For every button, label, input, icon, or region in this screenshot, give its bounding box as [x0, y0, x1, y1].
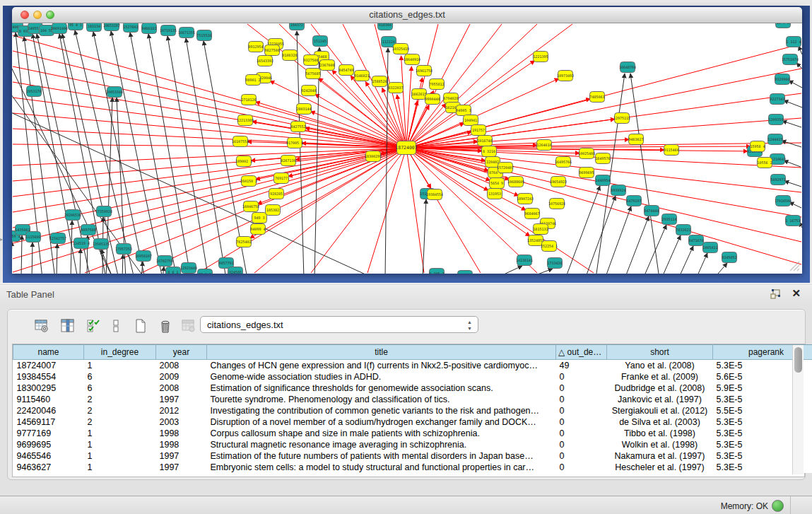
table-row[interactable]: 946362711997Embryonic stem cells: a mode…: [13, 462, 812, 473]
network-node-label: 7832621: [676, 228, 690, 232]
row-height-icon[interactable]: [107, 317, 125, 335]
network-node-label: 928285: [270, 192, 283, 196]
network-node-label: 16671355: [178, 30, 195, 35]
new-file-icon[interactable]: [131, 317, 150, 335]
network-node-label: 924505: [229, 270, 242, 274]
network-node-label: 2803144: [296, 107, 311, 111]
column-header-out_de[interactable]: △ out_de…: [556, 345, 607, 360]
table-cell: 49: [556, 360, 607, 372]
network-node-label: 8267130: [281, 158, 295, 163]
network-node-label: 1 16753: [785, 218, 800, 223]
network-node-label: 1733426: [547, 261, 562, 265]
network-node-label: 5692971: [770, 177, 785, 182]
network-node-label: 1440954: [595, 178, 610, 182]
network-node-label: 112124: [382, 40, 395, 44]
network-node-label: 1649576: [595, 156, 610, 160]
table-cell: 0: [556, 394, 607, 405]
network-node-label: 1588520: [372, 79, 387, 83]
network-canvas[interactable]: 23406 28 93402405572104 553069140695 4 1…: [12, 23, 802, 274]
table-cell: Jankovic et al. (1997): [607, 394, 713, 405]
table-row[interactable]: 1830029562008Estimation of significance …: [13, 382, 812, 394]
network-node-label: 18724007: [395, 145, 417, 151]
column-header-in_degree[interactable]: in_degree: [84, 345, 156, 360]
table-settings-icon[interactable]: [33, 317, 51, 335]
network-node-label: 9990448: [425, 97, 440, 101]
table-cell: 0: [556, 450, 607, 462]
network-view-window[interactable]: citations_edges.txt 23406 28 93402405572…: [12, 7, 802, 274]
network-node-label: 18907243: [517, 197, 534, 201]
network-node-label: 7485063: [589, 95, 604, 99]
network-node-label: 189002 1: [235, 159, 252, 163]
table-cell: 1: [84, 450, 156, 462]
table-cell: 6: [84, 371, 156, 382]
table-row[interactable]: 977716911998Corpus callosum shape and si…: [13, 428, 812, 439]
network-node-label: 17016504: [775, 199, 792, 203]
table-row[interactable]: 1456911722003Disruption of a novel membe…: [13, 416, 812, 428]
scrollbar-thumb[interactable]: [794, 347, 802, 373]
table-header-row: namein_degreeyeartitle△ out_de…shortpage…: [13, 345, 812, 360]
network-node-label: 10688609: [507, 180, 524, 184]
network-node-label: 9684067: [524, 211, 539, 216]
table-cell: 2008: [156, 360, 207, 372]
resize-grip-icon[interactable]: [787, 259, 800, 271]
network-node-label: 10973493: [557, 74, 574, 78]
table-cell: 0: [556, 405, 607, 416]
network-node-label: 1264616: [536, 143, 551, 147]
table-cell: Disruption of a novel member of a sodium…: [207, 416, 556, 428]
table-cell: 2: [84, 416, 156, 428]
network-node-label: 191757: [472, 128, 485, 132]
column-header-name[interactable]: name: [13, 345, 84, 360]
network-node-label: 185382: [266, 208, 279, 212]
status-bar-divider: [790, 496, 791, 514]
column-header-short[interactable]: short: [607, 345, 713, 360]
network-node-label: 8912954: [248, 45, 263, 49]
table-row[interactable]: 1872400712008Changes of HCN gene express…: [13, 360, 812, 372]
network-node-label: 9466162: [141, 26, 156, 30]
network-node-label: 17957253: [115, 247, 132, 251]
delete-icon[interactable]: [156, 317, 175, 335]
table-cell: Wolkin et al. (1998): [607, 439, 713, 450]
table-cell: Structural magnetic resonance image aver…: [207, 439, 556, 450]
select-columns-icon[interactable]: [59, 317, 77, 335]
table-cell: 1997: [156, 394, 207, 405]
network-graph: 23406 28 93402405572104 553069140695 4 1…: [12, 23, 802, 274]
table-cell: Stergiakouli et al. (2012): [607, 405, 713, 416]
table-selector-dropdown[interactable]: citations_edges.txt ▲▼: [200, 316, 478, 333]
table-row[interactable]: 946554611997Estimation of the future num…: [13, 450, 812, 462]
network-node-label: 18300295: [365, 154, 382, 158]
table-row[interactable]: 911546021997Tourette syndrome. Phenomeno…: [13, 394, 812, 405]
network-node-label: 818304: [379, 23, 392, 27]
window-title-bar[interactable]: citations_edges.txt: [12, 7, 802, 23]
column-header-title[interactable]: title: [207, 345, 556, 360]
table-row[interactable]: 1938455462009Genome-wide association stu…: [13, 371, 812, 382]
memory-status-indicator[interactable]: [772, 500, 784, 512]
network-node-label: 1209358: [768, 117, 783, 122]
select-rows-checks-icon[interactable]: [84, 317, 102, 335]
network-node-label: 2053170: [26, 89, 41, 93]
memory-status-label[interactable]: Memory: OK: [721, 501, 768, 511]
panel-collapse-arrow-icon[interactable]: ▸: [0, 236, 3, 243]
network-node-label: 9463627: [628, 137, 643, 141]
network-node-label: 9327508: [303, 58, 318, 62]
table-cell: 9115460: [13, 394, 84, 405]
network-node-label: 10719135: [160, 28, 177, 33]
table-row[interactable]: 969969511998Structural magnetic resonanc…: [13, 439, 812, 450]
table-cell: 2003: [156, 416, 207, 428]
network-node-label: 260150 3: [240, 179, 257, 183]
table-cell: Genome-wide association studies in ADHD.: [207, 371, 556, 382]
table-cell: Estimation of the future numbers of pati…: [207, 450, 556, 462]
window-title: citations_edges.txt: [12, 9, 802, 20]
table-row[interactable]: 2242004622012Investigating the contribut…: [13, 405, 812, 416]
network-node-label: 12213389: [237, 118, 254, 122]
network-node-label: 19654923: [550, 180, 567, 184]
table-panel-body: f(x) citations_edges.txt ▲▼ namein_degre…: [7, 309, 806, 480]
column-header-year[interactable]: year: [156, 345, 207, 360]
network-node-label: 9 205 1: [429, 271, 444, 274]
float-window-icon[interactable]: [770, 288, 781, 300]
network-node-label: 8 3216: [483, 149, 495, 153]
table-toolbar: f(x) citations_edges.txt ▲▼: [8, 310, 805, 341]
close-panel-icon[interactable]: ✕: [792, 288, 801, 299]
table-vertical-scrollbar[interactable]: [792, 345, 804, 474]
network-node-label: 52 0 1: [199, 272, 211, 274]
network-node-label: 8454749: [339, 68, 353, 72]
